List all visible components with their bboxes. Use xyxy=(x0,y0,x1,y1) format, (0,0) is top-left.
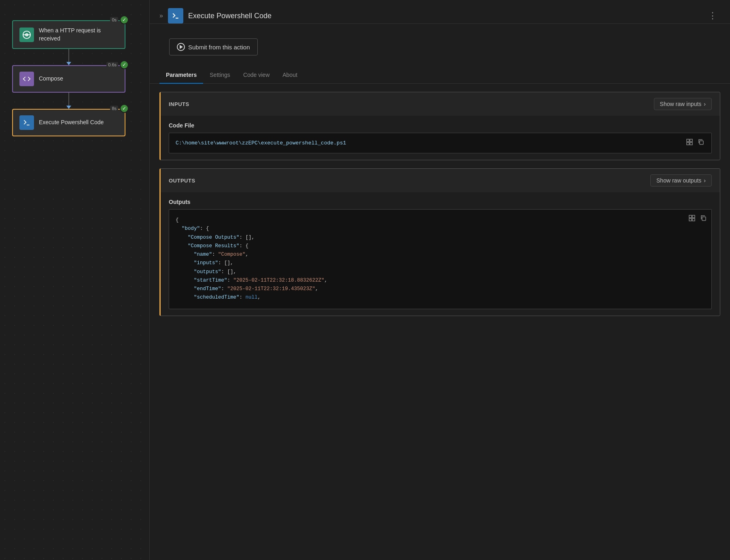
svg-rect-7 xyxy=(687,142,689,145)
outputs-section-body: Outputs xyxy=(161,192,720,316)
badge-check-http: ✓ xyxy=(120,15,129,24)
submit-play-icon xyxy=(177,43,185,51)
workflow-nodes-container: 0s ✓ When a HTTP request is received xyxy=(12,20,125,136)
badge-check-execute: ✓ xyxy=(120,104,129,113)
submit-btn-container: Submit from this action xyxy=(150,24,730,67)
tab-settings[interactable]: Settings xyxy=(203,67,237,84)
connector-2 xyxy=(68,93,69,109)
inputs-section: INPUTS Show raw inputs › Code File C:\ho… xyxy=(159,92,720,160)
node-http-trigger[interactable]: 0s ✓ When a HTTP request is received xyxy=(12,20,125,49)
detail-title: Execute Powershell Code xyxy=(188,12,272,20)
node-wrapper-compose: 0.6s ✓ Compose xyxy=(12,65,125,93)
more-options-button[interactable]: ⋮ xyxy=(705,9,720,23)
show-raw-outputs-button[interactable]: Show raw outputs › xyxy=(650,174,712,187)
badge-time-execute: 8s xyxy=(110,106,118,111)
node-badge-execute: 8s ✓ xyxy=(110,104,129,113)
show-raw-inputs-label: Show raw inputs xyxy=(660,101,702,107)
code-file-value: C:\home\site\wwwroot\zzEPC\execute_power… xyxy=(176,140,685,146)
svg-marker-4 xyxy=(180,45,183,49)
outputs-section-header: OUTPUTS Show raw outputs › xyxy=(161,169,720,192)
badge-time-compose: 0.6s xyxy=(106,62,118,68)
svg-rect-11 xyxy=(692,215,695,218)
detail-header-left: » Execute Powershell Code xyxy=(159,8,272,23)
svg-rect-12 xyxy=(689,218,692,221)
detail-header: » Execute Powershell Code ⋮ xyxy=(150,0,730,24)
tab-parameters[interactable]: Parameters xyxy=(159,67,203,84)
code-file-grid-icon[interactable] xyxy=(685,138,694,148)
code-file-copy-icon[interactable] xyxy=(697,138,705,148)
show-raw-inputs-button[interactable]: Show raw inputs › xyxy=(654,98,712,110)
node-label-http: When a HTTP request is received xyxy=(39,27,118,42)
node-wrapper-http: 0s ✓ When a HTTP request is received xyxy=(12,20,125,49)
node-label-compose: Compose xyxy=(39,75,63,83)
outputs-copy-icon[interactable] xyxy=(699,214,707,226)
connector-1 xyxy=(68,49,69,65)
show-raw-inputs-chevron-icon: › xyxy=(704,101,706,107)
outputs-grid-icon[interactable] xyxy=(688,214,696,226)
inputs-section-title: INPUTS xyxy=(169,101,189,107)
detail-panel: » Execute Powershell Code ⋮ Submit from … xyxy=(150,0,730,560)
node-compose[interactable]: 0.6s ✓ Compose xyxy=(12,65,125,93)
svg-rect-9 xyxy=(700,141,703,144)
code-file-actions xyxy=(685,138,705,148)
node-wrapper-execute: 8s ✓ Execute Powershell Code xyxy=(12,109,125,136)
outputs-section: OUTPUTS Show raw outputs › Outputs xyxy=(159,168,720,316)
tab-code-view[interactable]: Code view xyxy=(237,67,276,84)
node-label-execute: Execute Powershell Code xyxy=(39,119,104,127)
node-badge-http: 0s ✓ xyxy=(110,15,129,24)
inputs-section-body: Code File C:\home\site\wwwroot\zzEPC\exe… xyxy=(161,116,720,160)
tab-bar: Parameters Settings Code view About xyxy=(150,67,730,84)
svg-rect-8 xyxy=(690,142,692,145)
show-raw-outputs-chevron-icon: › xyxy=(704,177,706,184)
outputs-section-title: OUTPUTS xyxy=(169,178,195,184)
node-badge-compose: 0.6s ✓ xyxy=(106,60,129,69)
breadcrumb-chevron-icon: » xyxy=(159,12,163,19)
tab-about[interactable]: About xyxy=(276,67,304,84)
outputs-json-container: { "body": { "Compose Outputs": [], "Comp… xyxy=(169,209,712,309)
node-icon-http xyxy=(19,28,34,42)
show-raw-outputs-label: Show raw outputs xyxy=(656,177,701,184)
submit-btn-label: Submit from this action xyxy=(188,44,250,51)
submit-from-action-button[interactable]: Submit from this action xyxy=(169,38,258,55)
detail-content: INPUTS Show raw inputs › Code File C:\ho… xyxy=(150,92,730,326)
code-file-value-container: C:\home\site\wwwroot\zzEPC\execute_power… xyxy=(169,133,712,153)
workflow-canvas: 0s ✓ When a HTTP request is received xyxy=(0,0,150,560)
inputs-section-header: INPUTS Show raw inputs › xyxy=(161,92,720,116)
outputs-json-text: { "body": { "Compose Outputs": [], "Comp… xyxy=(176,216,705,302)
outputs-label: Outputs xyxy=(169,199,712,205)
badge-check-compose: ✓ xyxy=(120,60,129,69)
node-execute-powershell[interactable]: 8s ✓ Execute Powershell Code xyxy=(12,109,125,136)
badge-time-http: 0s xyxy=(110,17,118,23)
code-file-label: Code File xyxy=(169,122,712,129)
svg-rect-6 xyxy=(690,139,692,142)
svg-rect-10 xyxy=(689,215,692,218)
svg-rect-13 xyxy=(692,218,695,221)
action-type-icon xyxy=(168,8,183,23)
outputs-json-actions xyxy=(688,214,707,226)
svg-rect-14 xyxy=(702,217,706,221)
node-icon-execute xyxy=(19,115,34,130)
svg-rect-5 xyxy=(687,139,689,142)
node-icon-compose xyxy=(19,72,34,86)
